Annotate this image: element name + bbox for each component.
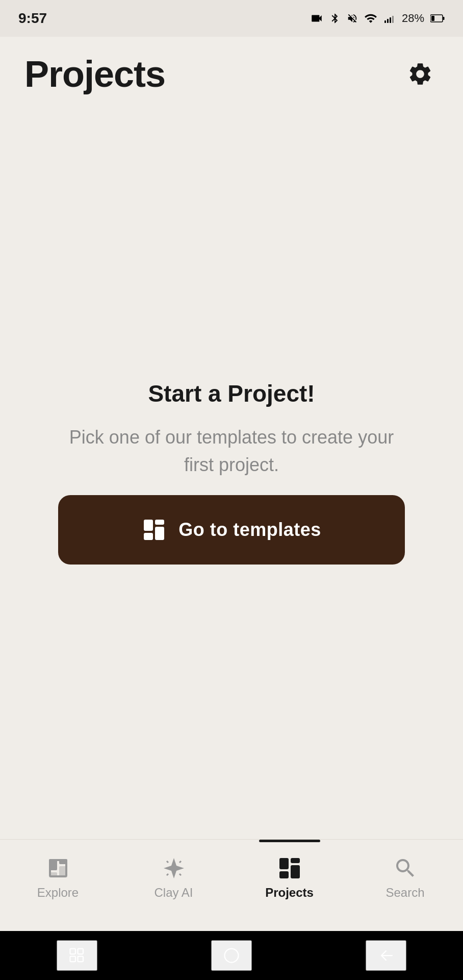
android-back-button[interactable]: [366, 940, 406, 971]
camera-icon: [310, 12, 323, 25]
svg-rect-17: [291, 865, 300, 878]
main-content: Start a Project! Pick one of our templat…: [0, 105, 463, 839]
svg-rect-9: [155, 527, 164, 540]
svg-rect-2: [390, 17, 391, 23]
empty-state: Start a Project! Pick one of our templat…: [24, 380, 439, 565]
status-bar: 9:57 28%: [0, 0, 463, 37]
svg-rect-16: [291, 858, 300, 863]
nav-label-search: Search: [385, 886, 424, 900]
explore-icon: [46, 856, 70, 880]
empty-state-title: Start a Project!: [148, 380, 315, 407]
svg-rect-20: [70, 957, 76, 962]
svg-rect-15: [279, 858, 289, 869]
svg-point-23: [224, 949, 238, 963]
empty-state-description: Pick one of our templates to create your…: [58, 424, 405, 479]
nav-item-explore[interactable]: Explore: [0, 852, 116, 900]
svg-rect-7: [144, 520, 153, 531]
nav-label-explore: Explore: [37, 886, 79, 900]
page-title: Projects: [24, 53, 165, 95]
svg-rect-13: [59, 866, 67, 877]
svg-rect-5: [443, 17, 445, 20]
settings-button[interactable]: [402, 56, 439, 92]
back-icon: [377, 946, 395, 965]
recent-apps-icon: [68, 946, 86, 965]
nav-item-search[interactable]: Search: [347, 852, 463, 900]
projects-icon: [277, 856, 302, 880]
svg-rect-22: [78, 957, 84, 962]
svg-rect-21: [78, 949, 84, 954]
svg-rect-11: [49, 859, 57, 870]
svg-rect-3: [392, 16, 394, 23]
battery-text: 28%: [402, 12, 424, 25]
status-icons: 28%: [310, 12, 445, 25]
svg-rect-1: [387, 19, 389, 23]
wifi-icon: [364, 12, 377, 25]
go-to-templates-label: Go to templates: [178, 519, 321, 541]
mute-icon: [347, 13, 358, 24]
svg-rect-14: [49, 872, 57, 877]
svg-rect-0: [384, 20, 386, 23]
svg-rect-19: [70, 949, 76, 954]
nav-label-clay-ai: Clay AI: [154, 886, 193, 900]
svg-rect-10: [144, 533, 153, 540]
status-time: 9:57: [18, 10, 47, 27]
signal-icon: [383, 12, 396, 24]
svg-rect-6: [431, 16, 434, 21]
search-icon: [393, 856, 418, 880]
android-nav: [0, 931, 463, 980]
go-to-templates-button[interactable]: Go to templates: [58, 495, 405, 565]
bottom-nav: Explore Clay AI Projects Search: [0, 839, 463, 931]
clay-ai-icon: [162, 856, 186, 880]
nav-label-projects: Projects: [265, 886, 314, 900]
nav-item-clay-ai[interactable]: Clay AI: [116, 852, 232, 900]
templates-icon: [142, 518, 166, 542]
templates-icon-svg: [142, 518, 166, 542]
settings-icon: [407, 61, 433, 87]
header: Projects: [0, 37, 463, 105]
bluetooth-icon: [329, 13, 341, 24]
svg-rect-18: [279, 871, 289, 878]
nav-item-projects[interactable]: Projects: [232, 852, 347, 900]
android-recent-button[interactable]: [57, 940, 97, 971]
battery-icon: [430, 14, 445, 23]
android-home-button[interactable]: [211, 940, 252, 971]
svg-rect-8: [155, 520, 164, 525]
home-icon: [222, 946, 241, 965]
svg-rect-12: [59, 859, 67, 864]
